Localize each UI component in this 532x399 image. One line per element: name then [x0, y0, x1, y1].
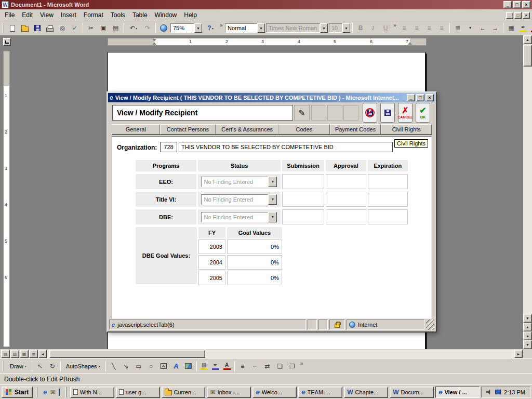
outline-view-button[interactable]: ≣ — [29, 350, 38, 358]
doc-minimize-button[interactable]: _ — [506, 12, 513, 19]
scroll-down-button[interactable]: ▼ — [523, 314, 532, 323]
save-button[interactable] — [380, 103, 395, 123]
scroll-left-button[interactable]: ◄ — [38, 350, 47, 358]
menu-format[interactable]: Format — [80, 10, 107, 20]
taskband-grip[interactable] — [65, 387, 67, 397]
select-browse-object-button[interactable]: ● — [523, 331, 532, 340]
help-dropdown-arrow[interactable]: ▾ — [212, 26, 214, 30]
undo-button[interactable]: ↶▾ — [126, 22, 141, 34]
dbe-status-dropdown[interactable]: No Finding Entered ▼ — [201, 212, 277, 222]
justify-button[interactable]: ≡ — [436, 22, 447, 34]
cut-button[interactable]: ✂ — [85, 22, 97, 34]
organization-id-field[interactable]: 728 — [160, 142, 177, 152]
help-button[interactable]: ?▾ — [203, 22, 218, 34]
shadow-button[interactable]: ❏ — [274, 361, 286, 372]
zoom-dropdown-arrow[interactable]: ▼ — [194, 23, 202, 33]
title-vi-status-dropdown[interactable]: No Finding Entered ▼ — [201, 194, 277, 205]
new-document-button[interactable] — [7, 22, 18, 34]
taskbar-button-welco[interactable]: e Welco... — [252, 387, 297, 398]
arrow-style-button[interactable]: ⇄ — [262, 361, 273, 372]
font-dropdown-arrow[interactable]: ▼ — [320, 23, 328, 33]
taskbar-button-chapte[interactable]: W Chapte... — [344, 387, 388, 398]
dialog-minimize-button[interactable]: _ — [407, 94, 415, 101]
select-objects-button[interactable]: ↖ — [34, 361, 46, 372]
redo-button[interactable]: ↷ — [142, 22, 153, 34]
volume-icon[interactable] — [486, 390, 492, 395]
copy-button[interactable]: ▣ — [98, 22, 109, 34]
toolbar-grip[interactable] — [3, 361, 4, 371]
threed-button[interactable]: ❒ — [287, 361, 298, 372]
free-rotate-button[interactable]: ↻ — [47, 361, 58, 372]
autoshapes-menu-button[interactable]: AutoShapes ▾ — [63, 362, 103, 370]
tab-payment-codes[interactable]: Payment Codes — [330, 124, 381, 135]
normal-view-button[interactable]: ▤ — [1, 350, 10, 358]
taskbar-button-user-g[interactable]: user g... — [116, 387, 160, 398]
style-dropdown-arrow[interactable]: ▼ — [257, 23, 265, 33]
ok-button[interactable]: ✔ OK — [416, 103, 430, 123]
taskbar-button-curren[interactable]: Curren... — [162, 387, 206, 398]
dash-style-button[interactable]: ╌ — [249, 361, 261, 372]
line-color-button[interactable]: ✒ — [210, 361, 221, 372]
horizontal-ruler[interactable]: 1 2 3 4 5 6 7 — [108, 38, 427, 46]
quick-launch-ie-button[interactable]: e — [43, 389, 47, 395]
next-page-button[interactable]: ▼ — [523, 340, 532, 349]
dialog-resize-grip[interactable] — [426, 320, 434, 330]
font-color-button[interactable]: A — [529, 22, 532, 34]
menu-edit[interactable]: Edit — [18, 10, 36, 20]
style-value[interactable]: Normal — [225, 23, 257, 33]
text-box-button[interactable]: A — [158, 361, 169, 372]
print-button[interactable] — [44, 22, 56, 34]
vertical-scrollbar[interactable]: ▲ ▼ ▲ ● ▼ — [523, 35, 532, 349]
align-left-button[interactable]: ≡ — [398, 22, 410, 34]
underline-button[interactable]: U — [380, 22, 391, 34]
web-layout-view-button[interactable]: ▥ — [10, 350, 19, 358]
word-close-button[interactable]: × — [522, 1, 530, 8]
decrease-indent-button[interactable]: ← — [477, 22, 488, 34]
doc-close-button[interactable]: × — [523, 12, 530, 19]
taskbar-button-team[interactable]: e TEAM-... — [298, 387, 342, 398]
vertical-scroll-thumb[interactable] — [523, 45, 532, 66]
taskbar-button-view-modify[interactable]: e View / ... — [435, 387, 480, 398]
taskbar-button-with-n[interactable]: With N... — [70, 387, 114, 398]
menu-file[interactable]: File — [1, 10, 18, 20]
menu-view[interactable]: View — [36, 10, 57, 20]
font-size-value[interactable]: 10 — [329, 23, 342, 33]
organization-name-field[interactable]: THIS VENDOR TO BE SELECTED BY COMPETETIV… — [179, 142, 393, 152]
numbering-button[interactable]: ≣ — [452, 22, 463, 34]
dialog-close-button[interactable]: × — [425, 94, 434, 101]
right-indent-marker[interactable] — [408, 42, 412, 45]
font-color-button[interactable]: A — [222, 361, 232, 372]
zoom-value[interactable]: 75% — [170, 23, 194, 33]
italic-button[interactable]: I — [367, 22, 379, 34]
clock[interactable]: 2:13 PM — [504, 389, 525, 395]
zoom-combo[interactable]: 75% ▼ — [170, 23, 202, 33]
word-maximize-button[interactable]: □ — [513, 1, 521, 8]
display-tray-icon[interactable] — [495, 390, 501, 394]
font-value[interactable]: Times New Roman — [266, 23, 320, 33]
bold-button[interactable]: B — [355, 22, 366, 34]
taskbar-button-inbox[interactable]: ✉ Inbox -... — [207, 387, 251, 398]
hanging-indent-marker[interactable] — [152, 42, 156, 45]
quick-launch-grip[interactable] — [36, 387, 37, 397]
insert-clipart-button[interactable] — [183, 361, 194, 372]
menu-help[interactable]: Help — [180, 10, 201, 20]
highlight-button[interactable]: ✒ — [518, 22, 528, 34]
previous-page-button[interactable]: ▲ — [523, 323, 532, 331]
tab-stop-selector[interactable] — [3, 38, 11, 46]
scroll-right-button[interactable]: ► — [514, 350, 523, 358]
tab-contact-persons[interactable]: Contact Persons — [160, 124, 216, 135]
dialog-maximize-button[interactable]: □ — [416, 94, 424, 101]
align-right-button[interactable]: ≡ — [423, 22, 435, 34]
font-combo[interactable]: Times New Roman ▼ — [266, 23, 328, 33]
spelling-button[interactable]: ✓ — [69, 22, 81, 34]
scroll-up-button[interactable]: ▲ — [523, 35, 532, 44]
word-minimize-button[interactable]: _ — [503, 1, 512, 8]
tab-civil-rights[interactable]: Civil Rights — [381, 124, 432, 135]
web-toolbar-button[interactable] — [158, 22, 169, 34]
menu-table[interactable]: Table — [129, 10, 151, 20]
wordart-button[interactable]: A — [170, 361, 182, 372]
dropdown-arrow-icon[interactable]: ▼ — [268, 212, 277, 222]
oval-tool-button[interactable]: ○ — [145, 361, 157, 372]
dialog-titlebar[interactable]: e View / Modify Recipient ( THIS VENDOR … — [108, 93, 435, 102]
horizontal-scrollbar[interactable] — [47, 350, 514, 358]
